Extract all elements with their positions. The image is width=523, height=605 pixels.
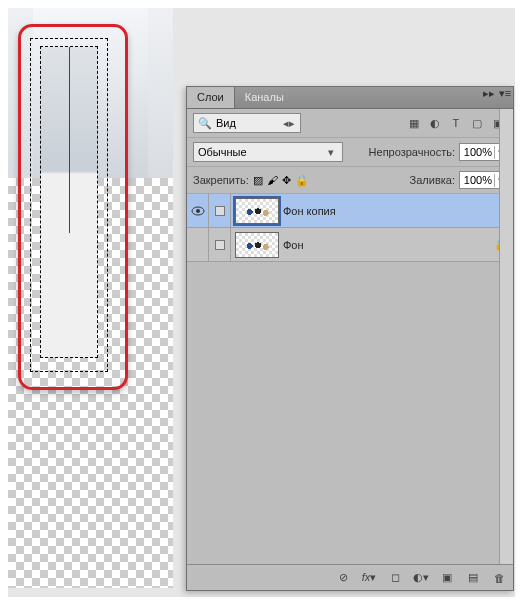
- tab-channels[interactable]: Каналы: [235, 87, 294, 108]
- layer-name[interactable]: Фон копия: [283, 205, 489, 217]
- lock-label: Закрепить:: [193, 174, 249, 186]
- panel-tabs: Слои Каналы ▸▸ ▾≡: [187, 87, 513, 109]
- collapse-icon[interactable]: ▸▸: [481, 87, 497, 108]
- lock-row: Закрепить: ▨ 🖌 ✥ 🔒 Заливка: ▾: [187, 167, 513, 194]
- link-column[interactable]: [209, 194, 231, 227]
- filter-type-dropdown[interactable]: 🔍 Вид ◂▸: [193, 113, 301, 133]
- blend-mode-dropdown[interactable]: Обычные ▾: [193, 142, 343, 162]
- layer-list: Фон копия Фон 🔒: [187, 194, 513, 262]
- dropdown-arrows-icon: ◂▸: [282, 117, 296, 130]
- lock-position-icon[interactable]: ✥: [282, 174, 291, 187]
- chevron-down-icon: ▾: [324, 146, 338, 159]
- filter-label: Вид: [216, 117, 236, 129]
- checkbox-icon: [215, 206, 225, 216]
- delete-layer-icon[interactable]: 🗑: [491, 572, 507, 584]
- search-icon: 🔍: [198, 117, 212, 130]
- fill-input[interactable]: [460, 174, 494, 186]
- visibility-toggle[interactable]: [187, 194, 209, 227]
- filter-row: 🔍 Вид ◂▸ ▦ ◐ T ▢ ▣: [187, 109, 513, 138]
- layer-thumbnail[interactable]: [235, 198, 279, 224]
- tab-layers[interactable]: Слои: [187, 87, 235, 108]
- new-layer-icon[interactable]: ▤: [465, 571, 481, 584]
- checkbox-icon: [215, 240, 225, 250]
- annotation-highlight: [18, 24, 128, 390]
- filter-adjustment-icon[interactable]: ◐: [426, 114, 444, 132]
- layer-thumbnail[interactable]: [235, 232, 279, 258]
- svg-point-1: [196, 209, 200, 213]
- eye-icon: [191, 206, 205, 216]
- blend-row: Обычные ▾ Непрозрачность: ▾: [187, 138, 513, 167]
- group-icon[interactable]: ▣: [439, 571, 455, 584]
- lock-pixels-icon[interactable]: 🖌: [267, 174, 278, 186]
- layer-name[interactable]: Фон: [283, 239, 489, 251]
- panel-menu-icon[interactable]: ▾≡: [497, 87, 513, 108]
- filter-icons: ▦ ◐ T ▢ ▣: [405, 114, 507, 133]
- adjustment-layer-icon[interactable]: ◐▾: [413, 571, 429, 584]
- opacity-input[interactable]: [460, 146, 494, 158]
- panel-footer: ⊘ fx▾ ◻ ◐▾ ▣ ▤ 🗑: [187, 564, 513, 590]
- layer-row[interactable]: Фон копия: [187, 194, 513, 228]
- opacity-label: Непрозрачность:: [369, 146, 455, 158]
- lock-transparent-icon[interactable]: ▨: [253, 174, 263, 187]
- canvas-area: Слои Каналы ▸▸ ▾≡ 🔍 Вид ◂▸ ▦ ◐ T ▢ ▣: [8, 8, 515, 597]
- filter-shape-icon[interactable]: ▢: [468, 114, 486, 132]
- layer-row[interactable]: Фон 🔒: [187, 228, 513, 262]
- layer-mask-icon[interactable]: ◻: [387, 571, 403, 584]
- layers-panel: Слои Каналы ▸▸ ▾≡ 🔍 Вид ◂▸ ▦ ◐ T ▢ ▣: [186, 86, 514, 591]
- scrollbar-vertical[interactable]: [499, 109, 513, 564]
- blend-mode-value: Обычные: [198, 146, 247, 158]
- layer-fx-icon[interactable]: fx▾: [361, 571, 377, 584]
- link-column[interactable]: [209, 228, 231, 261]
- filter-pixel-icon[interactable]: ▦: [405, 114, 423, 132]
- fill-label: Заливка:: [410, 174, 455, 186]
- filter-type-icon[interactable]: T: [447, 114, 465, 132]
- link-layers-icon[interactable]: ⊘: [335, 571, 351, 584]
- visibility-toggle[interactable]: [187, 228, 209, 261]
- lock-all-icon[interactable]: 🔒: [295, 174, 309, 187]
